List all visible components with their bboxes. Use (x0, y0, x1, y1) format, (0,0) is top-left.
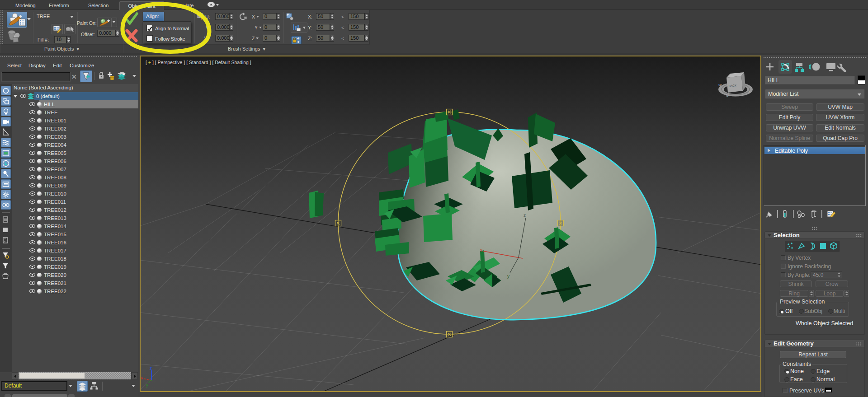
svg-text:x: x (141, 375, 143, 380)
svg-text:x: x (480, 248, 482, 253)
svg-text:[ + ] [ Perspective ] [ Standa: [ + ] [ Perspective ] [ Standard ] [ Def… (146, 60, 251, 65)
svg-text:y: y (146, 383, 148, 388)
svg-text:y: y (507, 274, 509, 279)
svg-text:E: E (749, 90, 751, 93)
svg-text:z: z (150, 366, 152, 371)
svg-text:z: z (524, 213, 526, 218)
